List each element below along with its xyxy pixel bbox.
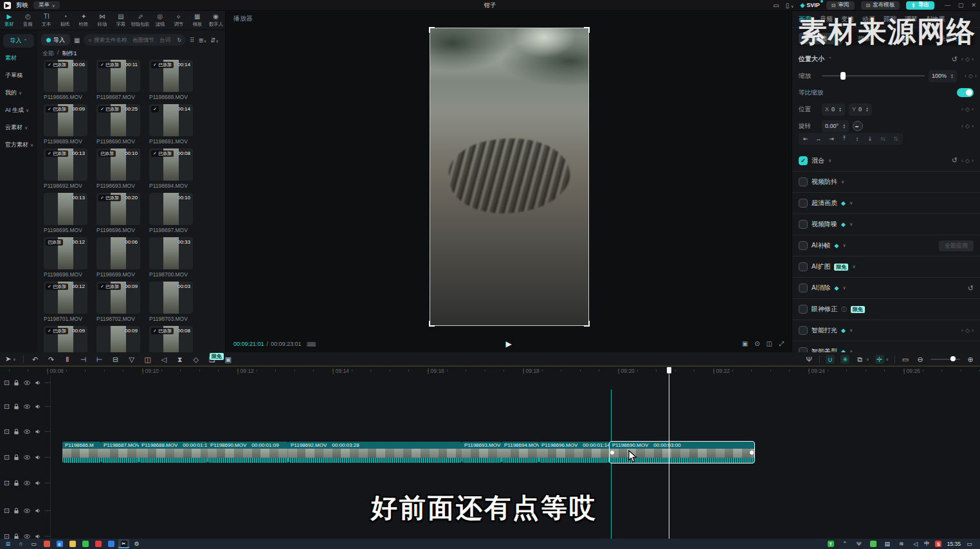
media-app-icon[interactable] xyxy=(93,539,104,548)
settings-icon[interactable]: ⚙ xyxy=(131,539,142,548)
speaker-icon[interactable] xyxy=(34,507,41,514)
chevron-down-icon[interactable]: ∨ xyxy=(849,222,853,227)
scale-slider[interactable] xyxy=(822,75,925,76)
sidebar-item[interactable]: 素材 xyxy=(3,51,34,65)
align-bottom-icon[interactable]: ⤓ xyxy=(864,134,876,143)
feature-checkbox[interactable] xyxy=(799,347,808,352)
snapshot-icon[interactable]: ⊙ xyxy=(754,340,759,348)
inspector-tab[interactable]: 跟踪 xyxy=(884,15,896,24)
tray-dot-green[interactable] xyxy=(867,539,878,548)
lock-icon[interactable] xyxy=(13,454,20,461)
select-tool[interactable]: ➤∨ xyxy=(5,355,16,363)
feature-checkbox[interactable] xyxy=(799,220,808,229)
align-right-icon[interactable]: ⇥ xyxy=(826,134,837,143)
menu-button[interactable]: 菜单∨ xyxy=(33,1,60,9)
library-item[interactable]: 00:13P1198695.MOV xyxy=(44,193,87,233)
sidebar-item[interactable]: 子草稿 xyxy=(3,69,34,82)
inspector-subtab[interactable]: 抠像 xyxy=(842,33,886,44)
publish-template-button[interactable]: ⊡发布模板 xyxy=(861,1,900,10)
library-item[interactable]: ✓已添加00:08P1198694.MOV xyxy=(149,148,193,189)
feature-checkbox[interactable] xyxy=(799,241,808,250)
tool-tab[interactable]: ▤字幕 xyxy=(111,11,130,30)
minimize-button[interactable]: — xyxy=(945,2,950,8)
chevron-down-icon[interactable]: ∨ xyxy=(842,243,846,248)
breadcrumb-root[interactable]: 全部 xyxy=(42,50,54,58)
tool-tab[interactable]: ⬀智能包装 xyxy=(130,11,150,30)
wechat-icon[interactable] xyxy=(80,539,91,548)
sidebar-item[interactable]: 官方素材∨ xyxy=(3,138,34,152)
speaker-icon[interactable] xyxy=(34,428,41,435)
inspector-tab[interactable]: 变速 xyxy=(841,15,854,24)
distribute-v-icon[interactable]: ⇅ xyxy=(890,134,902,143)
smart-edit-icon[interactable]: ▣ xyxy=(224,355,233,364)
keyframe-control[interactable]: ‹◇› xyxy=(961,158,974,164)
sidebar-item[interactable]: 我的∨ xyxy=(3,86,34,100)
apply-all-button[interactable]: 全部应用 xyxy=(939,240,974,251)
library-item[interactable]: ✓已添加00:09P1198702.MOV xyxy=(96,282,140,322)
feature-checkbox[interactable] xyxy=(799,262,808,271)
inspector-subtab[interactable]: 基础 xyxy=(799,33,842,44)
library-item[interactable]: 已添加00:10P1198693.MOV xyxy=(96,148,140,189)
start-button[interactable]: ⊞ xyxy=(3,539,14,548)
import-button[interactable]: 导入 xyxy=(41,34,70,46)
search-history-icon[interactable]: ↻ xyxy=(177,37,181,43)
quality-icon[interactable]: ▣ xyxy=(742,340,748,348)
eye-icon[interactable] xyxy=(23,480,31,487)
edge-icon[interactable]: e xyxy=(54,539,65,548)
speaker-icon[interactable] xyxy=(34,379,41,386)
library-item[interactable]: ✓已添加00:12P1198701.MOV xyxy=(44,282,87,322)
inspector-tab[interactable]: 画面 xyxy=(799,15,812,24)
export-button[interactable]: ⬆导出 xyxy=(906,1,934,10)
library-item[interactable]: 已添加00:12P1198698.MOV xyxy=(44,237,87,278)
eye-icon[interactable] xyxy=(23,428,31,435)
linkage-icon[interactable]: ⧉∨ xyxy=(855,355,869,364)
grid-view-icon[interactable]: ⠿ xyxy=(190,37,194,44)
timeline-clip[interactable]: P1198692.MOV00:00:03:28 xyxy=(288,442,462,463)
lock-icon[interactable] xyxy=(13,379,20,386)
track-more-icon[interactable]: ⋯ xyxy=(44,533,51,539)
redo-icon[interactable]: ↷ xyxy=(47,355,56,364)
sort-icon[interactable]: ≣∨ xyxy=(198,37,206,44)
timeline-clip[interactable]: P1198687.MOV00:00:0 xyxy=(101,442,139,463)
reverse-icon[interactable]: ◁ xyxy=(159,355,168,364)
library-item[interactable]: ✓00:14P1198691.MOV xyxy=(149,104,193,145)
folder-view-icon[interactable]: ▦ xyxy=(74,37,80,44)
track-more-icon[interactable]: ⋯ xyxy=(44,454,51,460)
eye-icon[interactable] xyxy=(23,454,31,461)
notification-icon[interactable]: ▭ xyxy=(964,539,975,548)
search-icon[interactable]: ○ xyxy=(15,539,26,548)
eye-icon[interactable] xyxy=(23,403,31,410)
position-y-field[interactable]: Y0 ▲▼ xyxy=(849,104,872,116)
library-item[interactable]: 00:33P1198700.MOV xyxy=(149,237,193,278)
chevron-down-icon[interactable]: ∨ xyxy=(849,328,853,333)
speaker-icon[interactable] xyxy=(34,454,41,461)
rotate-icon[interactable]: ◇ xyxy=(192,355,201,364)
lock-icon[interactable] xyxy=(13,428,20,435)
tray-device-icon[interactable]: ▤ xyxy=(882,539,893,548)
delete-icon[interactable]: ⊟ xyxy=(111,355,120,364)
library-item[interactable]: 00:06P1198699.MOV xyxy=(96,237,140,278)
tray-expand-icon[interactable]: ⌃ xyxy=(839,539,850,548)
track-more-icon[interactable]: ⋯ xyxy=(44,403,51,410)
play-button[interactable]: ▶ xyxy=(505,339,511,348)
zoom-in-icon[interactable]: ⊕ xyxy=(966,355,975,364)
tool-tab[interactable]: ◎滤镜 xyxy=(150,11,169,30)
library-item[interactable]: ✓已添加00:09P1198704.MOV xyxy=(44,326,87,352)
review-button[interactable]: ⊡审阅 xyxy=(826,1,855,10)
ime-indicator[interactable]: 中 xyxy=(924,540,930,548)
record-voiceover-icon[interactable]: Ψ xyxy=(804,355,813,364)
tool-tab[interactable]: ◉数字人 xyxy=(206,11,225,30)
rotation-knob[interactable] xyxy=(853,121,863,131)
eye-icon[interactable] xyxy=(23,533,31,539)
library-item[interactable]: ✓已添加00:06P1198686.MOV xyxy=(44,60,87,100)
library-item[interactable]: ✓已添加00:09P1198689.MOV xyxy=(44,104,87,145)
chevron-down-icon[interactable]: ∨ xyxy=(841,179,844,184)
sogou-icon[interactable]: S xyxy=(933,539,944,548)
library-item[interactable]: ✓已添加00:13P1198692.MOV xyxy=(44,148,87,189)
feature-checkbox[interactable] xyxy=(799,326,808,335)
tool-tab[interactable]: ▶素材 xyxy=(0,11,19,30)
auto-snap-icon[interactable]: ✳ xyxy=(840,355,849,364)
playhead[interactable] xyxy=(666,366,672,539)
track-more-icon[interactable]: ⋯ xyxy=(44,507,51,514)
timeline-clip[interactable]: P1198693.MOV00: xyxy=(462,442,502,463)
